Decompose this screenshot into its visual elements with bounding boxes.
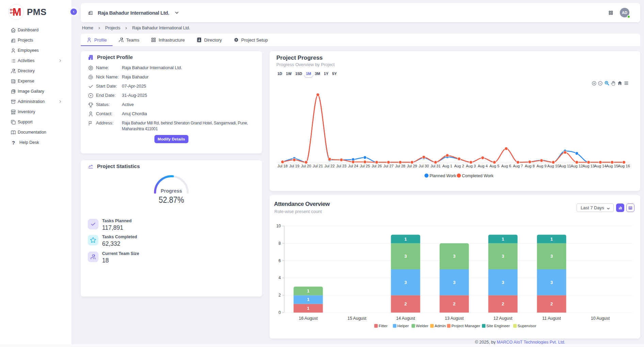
svg-text:Aug 15: Aug 15: [606, 164, 618, 168]
svg-text:3: 3: [453, 254, 455, 259]
svg-text:Jul 27: Jul 27: [383, 164, 393, 168]
svg-text:3: 3: [502, 254, 504, 259]
svg-text:Jul 26: Jul 26: [372, 164, 382, 168]
svg-text:10: 10: [276, 224, 281, 228]
svg-text:Fitter: Fitter: [379, 324, 387, 328]
svg-text:Aug 1: Aug 1: [442, 164, 452, 168]
svg-text:3: 3: [550, 254, 553, 259]
svg-text:Aug 4: Aug 4: [478, 164, 487, 168]
svg-text:3: 3: [453, 280, 455, 285]
svg-text:0: 0: [278, 310, 281, 315]
svg-text:Aug 11: Aug 11: [559, 164, 571, 168]
svg-text:Jul 20: Jul 20: [301, 164, 311, 168]
svg-text:Jul 23: Jul 23: [336, 164, 347, 168]
svg-text:Aug 12: Aug 12: [571, 164, 583, 168]
svg-text:Aug 6: Aug 6: [501, 164, 511, 168]
svg-text:1: 1: [404, 237, 407, 242]
svg-text:Jul 19: Jul 19: [289, 164, 300, 168]
svg-text:Aug 2: Aug 2: [454, 164, 464, 168]
svg-text:Jul 28: Jul 28: [395, 164, 405, 168]
svg-text:4: 4: [278, 275, 281, 280]
svg-text:Aug 3: Aug 3: [466, 164, 476, 168]
svg-text:15 August: 15 August: [348, 316, 367, 321]
svg-text:11 August: 11 August: [542, 316, 561, 321]
svg-text:Aug 5: Aug 5: [489, 164, 499, 168]
svg-text:Jul 18: Jul 18: [277, 164, 288, 168]
svg-text:Aug 7: Aug 7: [513, 164, 523, 168]
svg-text:Aug 13: Aug 13: [582, 164, 594, 168]
svg-text:Jul 30: Jul 30: [419, 164, 429, 168]
svg-text:1: 1: [307, 306, 309, 311]
svg-text:1: 1: [550, 237, 553, 242]
svg-text:Jul 21: Jul 21: [313, 164, 323, 168]
svg-text:2: 2: [502, 301, 504, 306]
svg-text:14 August: 14 August: [396, 316, 415, 321]
svg-text:6: 6: [278, 258, 281, 263]
svg-text:Jul 24: Jul 24: [348, 164, 358, 168]
svg-text:Welder: Welder: [416, 324, 428, 328]
svg-text:Project Manager: Project Manager: [451, 324, 480, 328]
svg-text:Aug 10: Aug 10: [547, 164, 559, 168]
svg-text:1: 1: [502, 237, 504, 242]
svg-text:12 August: 12 August: [494, 316, 513, 321]
svg-text:Planned Work: Planned Work: [430, 174, 456, 178]
svg-text:13 August: 13 August: [445, 316, 464, 321]
svg-text:Jul 31: Jul 31: [431, 164, 441, 168]
svg-text:Site Engineer: Site Engineer: [486, 324, 510, 328]
svg-text:Aug 9: Aug 9: [536, 164, 546, 168]
svg-text:Helper: Helper: [397, 324, 409, 328]
svg-text:Supervisor: Supervisor: [518, 324, 536, 328]
svg-text:3: 3: [550, 280, 553, 285]
svg-text:Completed Work: Completed Work: [462, 174, 494, 178]
svg-text:8: 8: [278, 241, 281, 246]
svg-text:Jul 22: Jul 22: [324, 164, 335, 168]
svg-text:Jul 25: Jul 25: [360, 164, 370, 168]
svg-text:3: 3: [502, 280, 504, 285]
svg-text:Jul 29: Jul 29: [407, 164, 417, 168]
svg-text:3: 3: [404, 254, 407, 259]
svg-text:1: 1: [307, 297, 309, 302]
svg-text:2: 2: [404, 301, 407, 306]
svg-text:10 August: 10 August: [591, 316, 610, 321]
svg-text:2: 2: [550, 301, 553, 306]
svg-text:2: 2: [278, 293, 281, 298]
svg-text:Admin: Admin: [435, 324, 446, 328]
svg-text:Aug 14: Aug 14: [594, 164, 606, 168]
svg-text:M: M: [12, 6, 21, 18]
svg-text:Aug 16: Aug 16: [618, 164, 630, 168]
svg-text:2: 2: [453, 301, 455, 306]
svg-text:Aug 8: Aug 8: [525, 164, 535, 168]
svg-text:1: 1: [307, 288, 309, 293]
svg-text:16 August: 16 August: [299, 316, 318, 321]
svg-text:3: 3: [404, 280, 407, 285]
